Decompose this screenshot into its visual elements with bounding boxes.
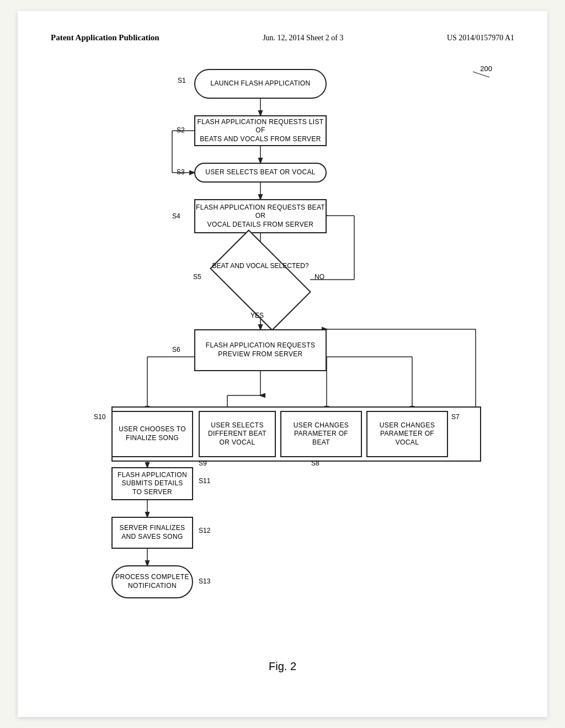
step-s8: USER CHANGES PARAMETER OF BEAT <box>280 411 362 457</box>
step-s3: USER SELECTS BEAT OR VOCAL <box>194 163 327 183</box>
step-s9: USER SELECTS DIFFERENT BEAT OR VOCAL <box>199 411 276 457</box>
svg-line-28 <box>473 72 489 77</box>
label-s3: S3 <box>177 168 185 176</box>
step-s12: SERVER FINALIZES AND SAVES SONG <box>111 517 193 549</box>
date-sheet-label: Jun. 12, 2014 Sheet 2 of 3 <box>263 34 343 42</box>
label-s11: S11 <box>199 477 210 485</box>
label-s1: S1 <box>178 77 186 84</box>
page: Patent Application Publication Jun. 12, … <box>18 11 547 717</box>
label-s4: S4 <box>172 212 180 220</box>
step-s2: FLASH APPLICATION REQUESTS LIST OF BEATS… <box>194 115 327 146</box>
flowchart: 200 LAUNCH FLASH APPLICATION S1 FLASH AP… <box>56 59 509 655</box>
ref-arrow <box>467 69 495 80</box>
publication-label: Patent Application Publication <box>51 33 159 42</box>
s5-yes: YES <box>250 312 264 319</box>
step-s6: FLASH APPLICATION REQUESTS PREVIEW FROM … <box>194 329 327 371</box>
label-s7: S7 <box>451 413 460 421</box>
label-s8: S8 <box>311 459 319 467</box>
step-s11: FLASH APPLICATION SUBMITS DETAILS TO SER… <box>111 467 193 500</box>
step-s10: USER CHOOSES TO FINALIZE SONG <box>111 411 193 457</box>
label-s13: S13 <box>199 577 210 585</box>
label-s12: S12 <box>199 527 210 534</box>
step-s4: FLASH APPLICATION REQUESTS BEAT OR VOCAL… <box>194 199 327 233</box>
label-s9: S9 <box>199 459 207 467</box>
step-s5-text: BEAT AND VOCAL SELECTED? <box>211 262 310 271</box>
patent-number-label: US 2014/0157970 A1 <box>447 34 514 42</box>
figure-label: Fig. 2 <box>51 660 514 673</box>
step-s7: USER CHANGES PARAMETER OF VOCAL <box>366 411 448 457</box>
step-s1: LAUNCH FLASH APPLICATION <box>194 69 327 99</box>
label-s6: S6 <box>172 346 180 354</box>
s5-no: NO <box>315 273 324 281</box>
label-s10: S10 <box>94 413 105 421</box>
label-s5: S5 <box>193 273 201 281</box>
step-s5: BEAT AND VOCAL SELECTED? <box>211 250 310 311</box>
label-s2: S2 <box>177 126 185 134</box>
header: Patent Application Publication Jun. 12, … <box>51 33 514 42</box>
step-s13: PROCESS COMPLETE NOTIFICATION <box>111 565 193 598</box>
